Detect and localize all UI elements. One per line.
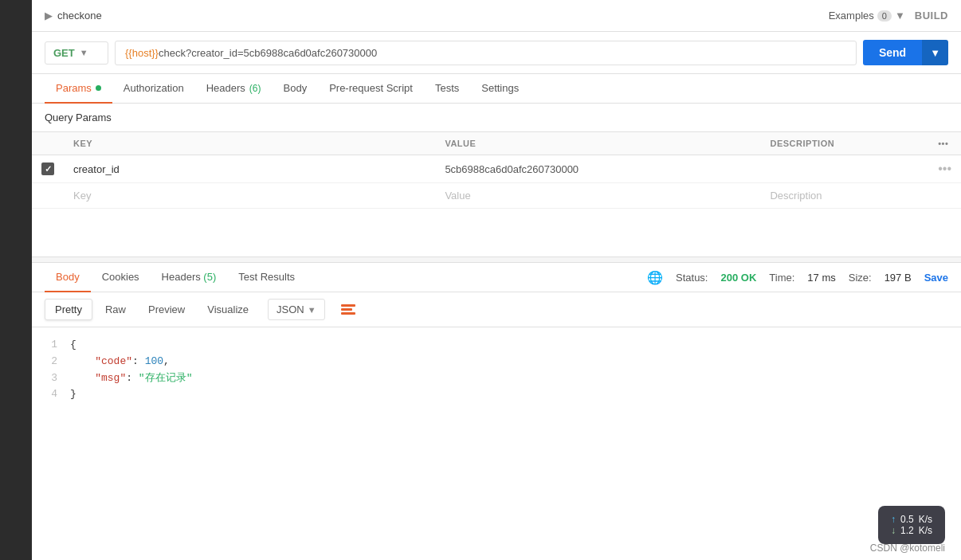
view-visualize-button[interactable]: Visualize	[198, 300, 258, 319]
tab-body[interactable]: Body	[273, 74, 319, 104]
send-dropdown-button[interactable]: ▼	[922, 40, 948, 65]
tab-prerequest[interactable]: Pre-request Script	[318, 74, 424, 104]
url-bar: GET ▼ {{host}}check?creator_id=5cb6988ca…	[32, 32, 961, 74]
line-num-1: 1	[45, 337, 57, 354]
query-params-title: Query Params	[45, 112, 112, 123]
response-tab-headers-label: Headers	[162, 271, 204, 283]
save-button[interactable]: Save	[924, 272, 948, 284]
spacer	[32, 209, 961, 257]
tab-headers[interactable]: Headers (6)	[195, 74, 273, 104]
line-num-4: 4	[45, 386, 57, 403]
size-value: 197 B	[885, 272, 912, 284]
examples-count: 0	[877, 10, 892, 22]
send-button[interactable]: Send	[863, 40, 922, 65]
time-value: 17 ms	[807, 272, 835, 284]
format-select[interactable]: JSON ▼	[268, 299, 325, 320]
code-line-1: 1 {	[45, 337, 948, 354]
tab-tests-label: Tests	[435, 82, 459, 94]
response-tab-body[interactable]: Body	[45, 263, 91, 292]
wrap-icon	[341, 304, 355, 315]
url-path: check?creator_id=5cb6988ca6d0afc26073000…	[159, 47, 377, 59]
row-checkbox-wrap: ✓	[41, 163, 54, 175]
examples-label: Examples	[829, 10, 874, 22]
more-options[interactable]: •••	[928, 155, 961, 183]
left-sidebar	[0, 0, 32, 413]
col-header-description: DESCRIPTION	[760, 132, 928, 155]
code-line-3: 3 "msg": "存在记录"	[45, 370, 948, 387]
url-input[interactable]: {{host}}check?creator_id=5cb6988ca6d0afc…	[115, 41, 857, 65]
param-description-placeholder[interactable]: Description	[760, 183, 928, 209]
tab-params-label: Params	[56, 82, 92, 94]
send-button-group: Send ▼	[863, 40, 948, 65]
size-label: Size:	[849, 272, 872, 284]
examples-button[interactable]: Examples 0 ▼	[829, 10, 905, 22]
line-num-2: 2	[45, 354, 57, 370]
status-value: 200 OK	[720, 272, 756, 284]
code-content-3: "msg": "存在记录"	[70, 370, 192, 387]
params-dot	[96, 85, 101, 91]
tab-authorization[interactable]: Authorization	[112, 74, 195, 104]
time-label: Time:	[769, 272, 794, 284]
method-select[interactable]: GET ▼	[45, 41, 108, 65]
param-description	[760, 155, 928, 183]
response-area: Body Cookies Headers (5) Test Results 🌐 …	[32, 263, 961, 413]
response-tabs: Body Cookies Headers (5) Test Results 🌐 …	[32, 263, 961, 292]
response-tab-headers[interactable]: Headers (5)	[151, 263, 228, 292]
code-content-1: {	[70, 337, 76, 354]
tab-body-label: Body	[284, 82, 308, 94]
code-content-2: "code": 100,	[70, 354, 170, 370]
table-row: ✓ creator_id 5cb6988ca6d0afc260730000 ••…	[32, 155, 961, 183]
wrap-button[interactable]	[335, 301, 362, 318]
response-tab-body-label: Body	[56, 271, 80, 283]
top-bar-actions: Examples 0 ▼ BUILD	[829, 10, 948, 22]
line-num-3: 3	[45, 370, 57, 387]
section-divider	[32, 257, 961, 263]
param-key-placeholder[interactable]: Key	[64, 183, 435, 209]
code-line-2: 2 "code": 100,	[45, 354, 948, 370]
col-header-key: KEY	[64, 132, 435, 155]
tab-params[interactable]: Params	[45, 74, 112, 104]
code-area: 1 { 2 "code": 100, 3 "msg": "存在记录" 4 }	[32, 327, 961, 413]
url-host-var: {{host}}	[125, 47, 159, 59]
response-headers-badge: (5)	[203, 271, 216, 283]
code-line-4: 4 }	[45, 386, 948, 403]
params-table: KEY VALUE DESCRIPTION ••• ✓ creator_id 5…	[32, 131, 961, 209]
response-tab-test-results[interactable]: Test Results	[227, 263, 306, 292]
param-value[interactable]: 5cb6988ca6d0afc260730000	[435, 155, 760, 183]
check-icon: ✓	[45, 165, 52, 174]
method-chevron-icon: ▼	[80, 48, 88, 57]
code-content-4: }	[70, 386, 76, 403]
format-label: JSON	[277, 303, 304, 315]
response-tab-cookies[interactable]: Cookies	[91, 263, 151, 292]
view-pretty-button[interactable]: Pretty	[45, 299, 92, 320]
collection-header: ▶ checkone	[45, 10, 102, 22]
col-header-check	[32, 132, 64, 155]
build-button[interactable]: BUILD	[915, 10, 948, 22]
tab-settings[interactable]: Settings	[470, 74, 530, 104]
collection-name: checkone	[57, 10, 102, 22]
top-bar: ▶ checkone Examples 0 ▼ BUILD	[32, 0, 961, 32]
response-meta: 🌐 Status: 200 OK Time: 17 ms Size: 197 B…	[647, 270, 948, 285]
globe-icon[interactable]: 🌐	[647, 270, 663, 285]
tab-tests[interactable]: Tests	[424, 74, 470, 104]
tab-settings-label: Settings	[481, 82, 519, 94]
response-tab-cookies-label: Cookies	[102, 271, 139, 283]
tab-prerequest-label: Pre-request Script	[329, 82, 413, 94]
view-preview-button[interactable]: Preview	[139, 300, 194, 319]
request-tabs: Params Authorization Headers (6) Body Pr…	[32, 74, 961, 104]
response-tab-test-results-label: Test Results	[238, 271, 295, 283]
table-row-empty: Key Value Description	[32, 183, 961, 209]
param-value-placeholder[interactable]: Value	[435, 183, 760, 209]
body-toolbar: Pretty Raw Preview Visualize JSON ▼	[32, 292, 961, 327]
col-header-value: VALUE	[435, 132, 760, 155]
param-key[interactable]: creator_id	[64, 155, 435, 183]
expand-icon[interactable]: ▶	[45, 10, 53, 22]
status-label: Status:	[676, 272, 708, 284]
headers-badge: (6)	[249, 83, 261, 94]
row-checkbox[interactable]: ✓	[41, 163, 54, 175]
view-raw-button[interactable]: Raw	[96, 300, 135, 319]
format-chevron-icon: ▼	[308, 305, 316, 315]
tab-headers-label: Headers	[206, 82, 245, 94]
query-params-section: Query Params	[32, 104, 961, 131]
tab-authorization-label: Authorization	[124, 82, 184, 94]
